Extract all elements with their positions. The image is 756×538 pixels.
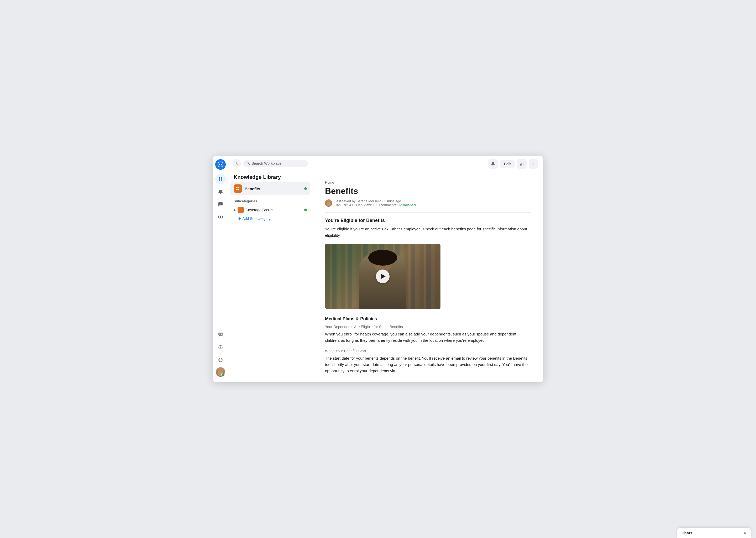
svg-point-12 — [219, 359, 220, 360]
saved-text: Last saved by Serena Morsello • 3 mins a… — [334, 199, 401, 203]
notifications-button[interactable] — [488, 159, 498, 169]
nav-knowledge-icon[interactable] — [215, 174, 226, 185]
medical-title: Medical Plans & Policies — [325, 316, 531, 322]
article-area: Home Benefits Last saved by Serena Morse… — [312, 172, 543, 382]
breadcrumb: Home — [325, 181, 531, 185]
benefits-label: Benefits — [245, 187, 302, 191]
published-badge: Published — [400, 203, 416, 207]
svg-rect-20 — [522, 163, 522, 166]
nav-help-icon[interactable] — [215, 342, 226, 352]
benefits-status-dot — [304, 187, 307, 190]
svg-point-11 — [219, 358, 222, 362]
nav-chat-icon[interactable] — [215, 199, 226, 210]
svg-rect-15 — [236, 187, 238, 188]
back-button[interactable] — [233, 159, 241, 168]
article-meta-text: Last saved by Serena Morsello • 3 mins a… — [334, 199, 531, 207]
app-logo[interactable] — [215, 159, 226, 170]
svg-rect-16 — [238, 187, 239, 188]
search-icon — [246, 161, 250, 166]
user-avatar[interactable] — [216, 367, 225, 377]
svg-point-10 — [220, 348, 221, 349]
analytics-button[interactable] — [517, 159, 527, 169]
main-content: Edit Home Benefits — [312, 156, 543, 382]
svg-rect-5 — [219, 180, 220, 181]
benefits-start-subtitle: When Your Benefits Start — [325, 349, 531, 353]
toolbar: Edit — [312, 156, 543, 172]
benefits-start-text: The start date for your benefits depends… — [325, 355, 531, 374]
icon-nav — [213, 156, 228, 382]
svg-rect-19 — [520, 164, 521, 166]
svg-rect-4 — [221, 177, 222, 179]
eligibility-title: You're Eligible for Benefits — [325, 218, 531, 223]
svg-rect-21 — [523, 163, 523, 166]
svg-point-13 — [221, 359, 221, 360]
search-bar[interactable]: Search Workplace — [243, 160, 308, 167]
nav-bell-icon[interactable] — [215, 187, 226, 197]
meta-details: Can Edit: 41 • Can View: 1 • 0 comments … — [334, 203, 399, 207]
dependents-text: When you enroll for health coverage, you… — [325, 331, 531, 344]
chats-chevron-icon: ∧ — [743, 530, 746, 535]
plus-icon: + — [238, 216, 241, 221]
coverage-status-dot — [304, 209, 307, 211]
svg-point-22 — [532, 164, 532, 164]
dependents-subtitle: Your Dependents Are Eligible for Some Be… — [325, 325, 531, 329]
nav-add-icon[interactable] — [215, 212, 226, 222]
benefits-icon — [234, 185, 242, 193]
svg-rect-3 — [219, 177, 220, 179]
svg-rect-6 — [221, 180, 222, 181]
add-subcategory-label: Add Subcategory — [242, 216, 270, 221]
subcategories-label: Subcategories — [228, 195, 312, 205]
sidebar-item-benefits[interactable]: Benefits — [230, 182, 310, 195]
sidebar: Search Workplace Knowledge Library Benef… — [228, 156, 312, 382]
chats-bar[interactable]: Chats ∧ — [677, 528, 751, 538]
subcategory-item-coverage[interactable]: ▶ Coverage Basics — [230, 205, 310, 215]
svg-point-0 — [218, 162, 223, 167]
more-button[interactable] — [529, 159, 538, 169]
svg-point-14 — [247, 162, 249, 164]
sidebar-header: Search Workplace — [228, 156, 312, 170]
svg-rect-17 — [236, 189, 238, 190]
chevron-right-icon: ▶ — [234, 208, 236, 212]
article-title: Benefits — [325, 186, 531, 196]
svg-point-23 — [533, 164, 534, 164]
search-placeholder: Search Workplace — [252, 161, 281, 166]
coverage-icon — [238, 207, 244, 213]
article-meta: Last saved by Serena Morsello • 3 mins a… — [325, 199, 531, 213]
sidebar-title: Knowledge Library — [228, 170, 312, 182]
play-icon — [381, 274, 386, 279]
chats-label: Chats — [682, 531, 692, 535]
svg-point-24 — [535, 164, 536, 164]
nav-feedback-icon[interactable] — [215, 329, 226, 340]
video-player[interactable] — [325, 244, 441, 309]
author-avatar — [325, 199, 332, 207]
nav-emoji-icon[interactable] — [215, 355, 226, 365]
coverage-label: Coverage Basics — [246, 208, 303, 212]
eligibility-text: You're eligible if you're an active Fox … — [325, 226, 531, 239]
svg-rect-18 — [238, 189, 239, 190]
edit-button[interactable]: Edit — [500, 160, 515, 168]
svg-rect-8 — [219, 333, 222, 336]
add-subcategory-button[interactable]: + Add Subcategory — [230, 215, 310, 223]
play-button[interactable] — [376, 270, 390, 283]
